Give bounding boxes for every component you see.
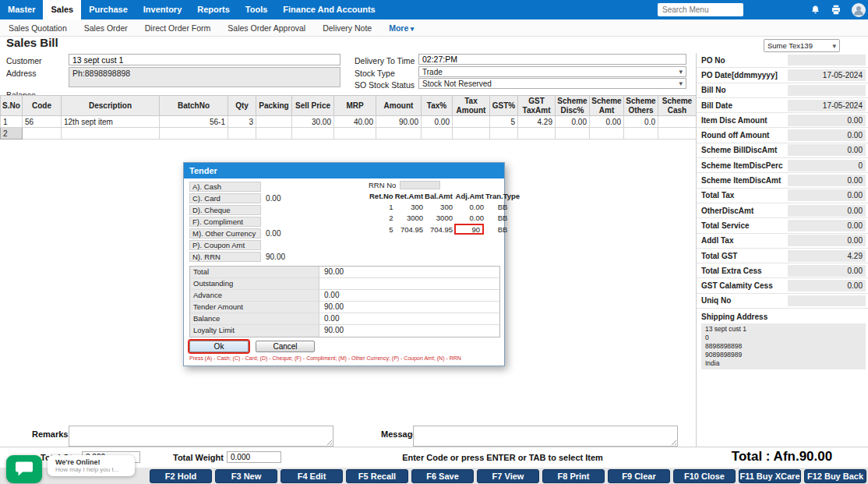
item-cell[interactable]: [334, 128, 376, 140]
menu-item[interactable]: Reports: [189, 0, 238, 19]
item-cell[interactable]: 90.00: [376, 116, 422, 128]
item-cell[interactable]: [556, 128, 590, 140]
item-cell[interactable]: [453, 128, 490, 140]
bill-field-value[interactable]: 0.00: [788, 235, 866, 246]
item-cell[interactable]: 0.0: [624, 116, 658, 128]
item-cell[interactable]: 30.00: [292, 116, 334, 128]
subnav-item[interactable]: Sales Order: [76, 23, 136, 33]
total-weight-input[interactable]: [227, 451, 281, 463]
rrn-adj-amt-input[interactable]: 0.00: [460, 214, 484, 222]
item-cell[interactable]: [256, 116, 292, 128]
item-cell[interactable]: [160, 128, 228, 140]
remarks-textarea[interactable]: [69, 426, 333, 446]
rrn-no-input[interactable]: [400, 181, 440, 189]
item-cell[interactable]: [256, 128, 292, 140]
item-cell[interactable]: 40.00: [334, 116, 376, 128]
tender-option-value[interactable]: 90.00: [266, 253, 285, 261]
fkey-button[interactable]: F9 Clear: [608, 469, 670, 483]
fkey-button[interactable]: F2 Hold: [150, 469, 212, 483]
chat-status-card[interactable]: We're Online! How may I help you t...: [48, 455, 135, 476]
menu-item[interactable]: Inventory: [136, 0, 190, 19]
bill-field-value[interactable]: 0.00: [788, 129, 866, 141]
subnav-item[interactable]: More: [380, 23, 422, 33]
item-cell[interactable]: 0.00: [590, 116, 624, 128]
fkey-button[interactable]: F11 Buy XCare: [739, 469, 801, 483]
bill-field-value[interactable]: [788, 295, 866, 306]
item-cell[interactable]: [23, 128, 62, 140]
message-textarea[interactable]: [414, 426, 677, 446]
delivery-to-time-input[interactable]: [418, 54, 686, 65]
message-field[interactable]: [413, 426, 678, 447]
item-cell[interactable]: [518, 128, 556, 140]
item-cell[interactable]: [490, 128, 518, 140]
item-cell[interactable]: [228, 128, 256, 140]
item-cell[interactable]: [624, 128, 658, 140]
bill-field-value[interactable]: 0.00: [788, 175, 866, 186]
subnav-item[interactable]: Sales Order Approval: [219, 23, 314, 33]
bill-field-value[interactable]: [788, 85, 866, 96]
bill-field-value[interactable]: 0.00: [788, 265, 866, 277]
bill-field-value[interactable]: [788, 55, 866, 65]
menu-search-input[interactable]: [658, 3, 743, 16]
item-cell[interactable]: 56-1: [160, 116, 228, 128]
subnav-item[interactable]: Direct Order Form: [136, 23, 220, 33]
print-icon[interactable]: [831, 5, 842, 15]
rrn-adj-amt-input[interactable]: 0.00: [460, 203, 484, 211]
rrn-adj-amt-input[interactable]: 90: [454, 224, 484, 235]
item-cell[interactable]: [422, 128, 453, 140]
stock-type-select[interactable]: Trade ▾: [418, 66, 686, 77]
item-cell[interactable]: [590, 128, 624, 140]
customer-input[interactable]: [69, 54, 340, 65]
tender-option-value[interactable]: 0.00: [266, 194, 281, 203]
bill-field-value[interactable]: 0: [788, 160, 866, 171]
item-cell[interactable]: [453, 116, 490, 128]
subnav-item[interactable]: Delivery Note: [314, 23, 380, 33]
item-cell[interactable]: 0.00: [422, 116, 453, 128]
menu-item[interactable]: Master: [0, 0, 43, 19]
bill-field-value[interactable]: 0.00: [788, 115, 866, 126]
subnav-item[interactable]: Sales Quotation: [0, 23, 76, 33]
item-cell[interactable]: 4.29: [518, 116, 556, 128]
item-cell[interactable]: 3: [228, 116, 256, 128]
menu-item[interactable]: Sales: [43, 0, 81, 19]
fkey-button[interactable]: F3 New: [215, 469, 277, 483]
fkey-button[interactable]: F5 Recall: [346, 469, 408, 483]
user-avatar[interactable]: [852, 3, 866, 17]
menu-item[interactable]: Purchase: [81, 0, 136, 19]
item-cell[interactable]: 56: [23, 116, 62, 128]
menu-item[interactable]: Tools: [238, 0, 276, 19]
bill-field-value[interactable]: 4.29: [788, 250, 866, 262]
fkey-button[interactable]: F10 Close: [673, 469, 736, 483]
item-cell[interactable]: 1: [1, 116, 23, 128]
fkey-button[interactable]: F8 Print: [542, 469, 605, 483]
item-cell[interactable]: 5: [490, 116, 518, 128]
item-cell[interactable]: [292, 128, 334, 140]
item-cell[interactable]: [658, 128, 697, 140]
bill-field-value[interactable]: 0.00: [788, 220, 866, 231]
fkey-button[interactable]: F4 Edit: [281, 469, 343, 483]
bill-field-value[interactable]: 17-05-2024: [788, 69, 866, 81]
fkey-button[interactable]: F12 Buy Back: [804, 469, 866, 483]
item-cell[interactable]: [376, 128, 422, 140]
shipping-address-box[interactable]: 13 sept cust 1088988988989089898989India: [701, 323, 866, 369]
item-cell[interactable]: [658, 116, 697, 128]
item-cell[interactable]: [62, 128, 160, 140]
fkey-button[interactable]: F6 Save: [411, 469, 474, 483]
tender-option-value[interactable]: 0.00: [266, 229, 281, 238]
item-cell[interactable]: 2: [1, 128, 23, 140]
notifications-bell-icon[interactable]: [810, 5, 820, 16]
bill-field-value[interactable]: 17-05-2024: [788, 100, 866, 111]
fkey-button[interactable]: F7 View: [477, 469, 539, 483]
address-box[interactable]: Ph:8898898898: [69, 67, 340, 87]
location-select[interactable]: Sume Tex139 ▾: [764, 39, 840, 52]
bill-field-value[interactable]: 0.00: [788, 189, 866, 201]
so-stock-status-select[interactable]: Stock Not Reserved ▾: [418, 78, 686, 89]
bill-field-value[interactable]: 0.00: [788, 205, 866, 217]
remarks-field[interactable]: [69, 426, 333, 447]
item-cell[interactable]: 0.00: [556, 116, 590, 128]
menu-item[interactable]: Finance And Accounts: [275, 0, 383, 19]
chat-bubble-icon[interactable]: [6, 455, 42, 483]
bill-field-value[interactable]: 0.00: [788, 144, 866, 156]
ok-button[interactable]: Ok: [189, 341, 249, 352]
item-cell[interactable]: 12th sept item: [62, 116, 160, 128]
